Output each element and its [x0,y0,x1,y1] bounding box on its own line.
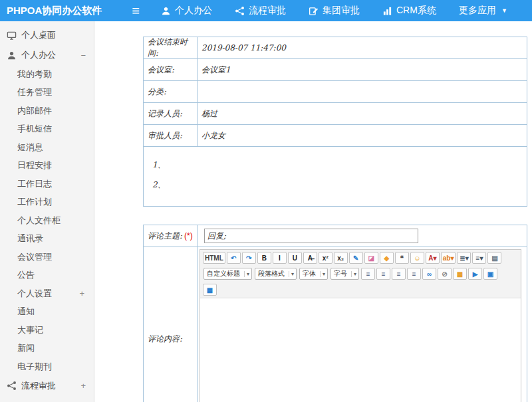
field-value: HTML ↶ ↷ [198,247,527,402]
sidebar-subitem[interactable]: 新闻 [0,340,94,358]
editor-button-glyph: U [293,254,297,262]
editor-button-glyph: ▤ [491,254,497,262]
italic-button[interactable]: I [273,252,287,264]
sidebar-subitem[interactable]: 大事记 [0,321,94,340]
sidebar-item-desktop[interactable]: 个人桌面 [0,25,94,45]
nav-item-group-approval[interactable]: 集团审批 [309,5,360,17]
editor-button-glyph: ◆ [384,254,389,262]
align-left-button[interactable]: ≡ [361,268,375,280]
editor-content-area[interactable] [200,298,521,402]
bar-chart-icon [382,6,392,16]
nav-item-workflow-approval[interactable]: 流程审批 [235,5,286,17]
sidebar-subitem[interactable]: 电子期刊 [0,357,94,376]
editor-button-glyph: ✎ [353,254,358,262]
sidebar-subitem[interactable]: 工作计划 [0,193,94,212]
table-row: 会议室: 会议室1 [144,59,527,81]
sidebar-subitem[interactable]: 通知 [0,303,94,322]
sidebar-subitem[interactable]: 日程安排 [0,157,94,175]
sidebar-subitem[interactable]: 手机短信 [0,120,94,139]
sidebar-subitem[interactable]: 任务管理 [0,84,94,102]
superscript-button[interactable]: x² [319,252,332,264]
paragraph-format-select[interactable]: 段落格式 ▾ [255,268,297,280]
sidebar-item-label: 个人文件柜 [17,215,61,227]
field-label: 会议室: [144,59,198,80]
editor-button-glyph: ❝ [400,254,404,262]
sidebar-item-label: 通知 [17,306,35,318]
undo-button[interactable]: ↶ [227,252,241,264]
sidebar-item-label: 个人设置 [17,288,52,300]
main-content: 会议结束时间: 2019-08-07 11:47:00 会议室: 会议室1 分类… [94,21,532,402]
emoticon-button[interactable]: ☺ [410,252,424,264]
remove-format-button[interactable]: ◆ [380,252,394,264]
ordered-list-button[interactable]: ≣▾ [457,252,471,264]
unordered-list-button[interactable]: ≡▾ [472,252,486,264]
editor-button-glyph: ⊘ [442,270,447,278]
sidebar-subitem[interactable]: 个人设置 + [0,284,94,303]
align-justify-button[interactable]: ≡ [407,268,421,280]
unlink-button[interactable]: ⊘ [438,268,452,280]
insert-table-button[interactable]: ▦ [203,284,217,296]
editor-button-glyph: x₂ [337,254,344,262]
highlight-color-button[interactable]: ab▾ [441,252,456,264]
image-button[interactable]: ▦ [453,268,467,280]
bold-button[interactable]: B [257,252,271,264]
strikethrough-button[interactable]: A̶ [303,252,317,264]
font-size-select[interactable]: 字号 ▾ [331,268,359,280]
new-document-button[interactable]: ▤ [487,252,501,264]
sidebar-subitem[interactable]: 通讯录 [0,230,94,249]
sidebar-subitem[interactable]: 会议管理 [0,248,94,266]
meeting-info-table: 会议结束时间: 2019-08-07 11:47:00 会议室: 会议室1 分类… [143,37,527,207]
editor-button-glyph: ≡ [366,270,370,278]
sidebar-subitem[interactable]: 内部邮件 [0,102,94,120]
sidebar-item-workflow-approval[interactable]: 流程审批 + [0,376,94,396]
font-family-select[interactable]: 字体 ▾ [299,268,328,280]
eraser-button[interactable]: ◪ [364,252,378,264]
sidebar-item-label: 短消息 [17,142,43,153]
sidebar-subitem[interactable]: 工作日志 [0,175,94,193]
sidebar-subitem[interactable]: 个人文件柜 [0,211,94,230]
select-label: 字号 [334,269,347,278]
comment-form-table: 评论主题: (*) 评论内容: HTML [143,225,527,402]
format-painter-button[interactable]: ✎ [349,252,363,264]
save-button[interactable]: ▣ [483,268,497,280]
underline-button[interactable]: U [288,252,302,264]
editor-button-glyph: ≡ [412,270,416,278]
topbar: PHPOA协同办公软件 ≡ 个人办公 流程审批 集团审批 CRM系统 [0,0,532,21]
hamburger-menu-icon[interactable]: ≡ [128,4,144,17]
sidebar-item-label: 个人桌面 [21,29,56,41]
sidebar-subitem[interactable]: 短消息 [0,138,94,157]
align-center-button[interactable]: ≡ [376,268,390,280]
table-row: 记录人员: 杨过 [144,103,527,125]
editor-button-glyph: B [262,254,267,262]
blockquote-button[interactable]: ❝ [395,252,409,264]
nav-item-crm[interactable]: CRM系统 [382,5,436,17]
sidebar-subitem[interactable]: 公告 [0,266,94,285]
collapse-icon[interactable]: − [80,50,86,60]
field-value [198,225,527,247]
comment-subject-input[interactable] [204,229,418,243]
align-right-button[interactable]: ≡ [392,268,406,280]
editor-button-glyph: HTML [205,254,223,262]
redo-button[interactable]: ↷ [242,252,256,264]
select-label: 字体 [303,269,316,278]
nav-item-personal-office[interactable]: 个人办公 [161,5,212,17]
link-button[interactable]: ∞ [422,268,436,280]
heading-select[interactable]: 自定义标题 ▾ [203,268,252,280]
sidebar-item-label: 工作日志 [17,178,52,190]
subscript-button[interactable]: x₂ [334,252,348,264]
field-label: 记录人员: [144,103,198,124]
editor-button-glyph: ▦ [207,286,213,294]
table-row: 评论内容: HTML ↶ [144,247,527,402]
nav-item-more-apps[interactable]: 更多应用 ▼ [459,5,507,17]
sidebar-item-personal-office[interactable]: 个人办公 − [0,45,94,65]
chevron-down-icon: ▾ [351,271,356,277]
media-button[interactable]: ▶ [468,268,482,280]
sidebar-subitem[interactable]: 我的考勤 [0,65,94,84]
editor-button-glyph: ◪ [368,254,374,262]
sidebar-item-label: 电子期刊 [17,361,52,373]
flow-icon [7,381,17,391]
table-row: 分类: [144,81,527,103]
font-color-button[interactable]: A▾ [426,252,440,264]
html-source-button[interactable]: HTML [203,252,225,264]
expand-icon[interactable]: + [80,381,86,391]
